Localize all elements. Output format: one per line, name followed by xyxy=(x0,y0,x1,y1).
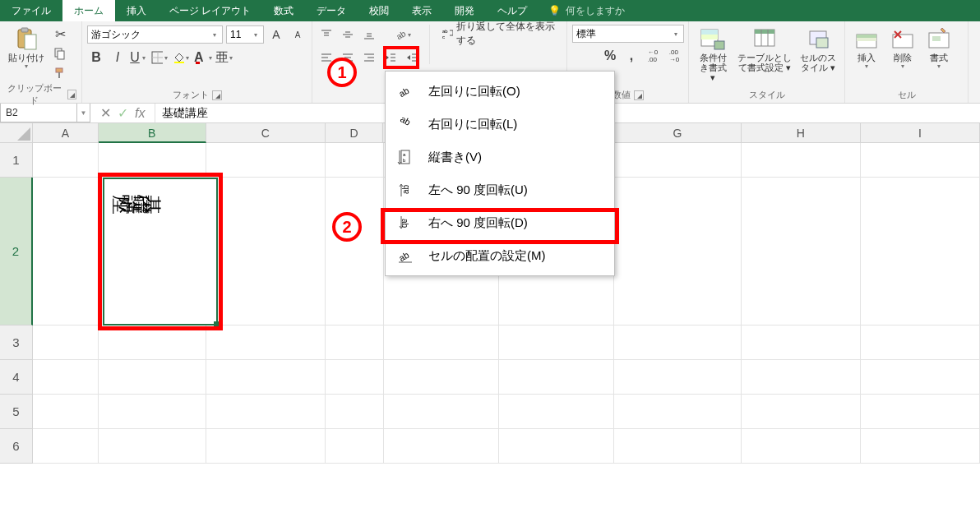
col-header-D[interactable]: D xyxy=(326,123,383,143)
cancel-formula-button[interactable]: ✕ xyxy=(100,105,111,121)
clipboard-dlg[interactable] xyxy=(67,90,76,99)
font-size-combo[interactable]: 11▾ xyxy=(226,25,264,44)
align-middle[interactable] xyxy=(339,25,357,44)
row-header-3[interactable]: 3 xyxy=(0,326,33,360)
cell-G4[interactable] xyxy=(614,360,741,394)
percent-button[interactable]: % xyxy=(601,47,619,65)
col-header-H[interactable]: H xyxy=(742,123,861,143)
cell-H5[interactable] xyxy=(742,395,861,428)
cell-C3[interactable] xyxy=(206,326,326,359)
col-header-A[interactable]: A xyxy=(33,123,99,143)
cell-H2[interactable] xyxy=(742,178,861,325)
italic-button[interactable]: I xyxy=(109,48,127,67)
align-top[interactable] xyxy=(317,25,335,44)
tab-review[interactable]: 校閲 xyxy=(358,0,400,21)
tab-home[interactable]: ホーム xyxy=(62,0,115,21)
cell-F3[interactable] xyxy=(499,326,614,359)
borders-button[interactable]: ▾ xyxy=(151,48,169,67)
paste-button[interactable]: 貼り付け ▾ xyxy=(5,25,48,72)
cell-A4[interactable] xyxy=(33,360,99,394)
tab-file[interactable]: ファイル xyxy=(0,0,62,21)
increase-font-button[interactable]: A xyxy=(267,25,285,44)
cell-F5[interactable] xyxy=(499,395,614,428)
number-format-combo[interactable]: 標準▾ xyxy=(572,25,684,43)
align-right[interactable] xyxy=(360,48,378,67)
orient-vertical[interactable]: ab 縦書き(V) xyxy=(386,141,614,173)
orient-rotate-cw[interactable]: ab 右回りに回転(L) xyxy=(386,108,614,141)
tab-data[interactable]: データ xyxy=(305,0,358,21)
tab-view[interactable]: 表示 xyxy=(400,0,443,21)
cell-E4[interactable] xyxy=(384,360,499,394)
cell-H3[interactable] xyxy=(742,326,861,359)
cell-D2[interactable] xyxy=(326,178,384,325)
cell-C2[interactable] xyxy=(206,178,326,325)
paste-dd[interactable]: ▾ xyxy=(22,62,30,70)
underline-button[interactable]: U▾ xyxy=(130,48,148,67)
tab-developer[interactable]: 開発 xyxy=(443,0,486,21)
cell-style-button[interactable]: セルのスタイル ▾ xyxy=(797,25,839,74)
cell-D3[interactable] xyxy=(326,326,384,359)
number-dlg[interactable] xyxy=(634,90,644,100)
row-header-5[interactable]: 5 xyxy=(0,395,33,429)
cell-G3[interactable] xyxy=(614,326,741,359)
row-header-6[interactable]: 6 xyxy=(0,429,33,464)
col-header-G[interactable]: G xyxy=(614,123,742,143)
row-header-4[interactable]: 4 xyxy=(0,360,33,395)
cell-B6[interactable] xyxy=(99,429,206,463)
insert-cells-button[interactable]: 挿入▾ xyxy=(850,25,883,72)
cell-C4[interactable] xyxy=(206,360,326,394)
cell-C1[interactable] xyxy=(206,143,326,177)
cell-I1[interactable] xyxy=(861,143,980,177)
wrap-text-button[interactable]: abc 折り返して全体を表示する xyxy=(438,25,562,43)
select-all-triangle[interactable] xyxy=(0,123,33,143)
cell-G2[interactable] xyxy=(614,178,741,325)
align-bottom[interactable] xyxy=(360,25,378,44)
cell-A3[interactable] xyxy=(33,326,99,359)
cell-B1[interactable] xyxy=(99,143,206,177)
cell-C6[interactable] xyxy=(206,429,326,463)
cell-I5[interactable] xyxy=(861,395,980,428)
orient-rotate-ccw[interactable]: ab 左回りに回転(O) xyxy=(386,75,614,108)
orient-format-cells[interactable]: ab セルの配置の設定(M) xyxy=(386,239,614,272)
format-painter-button[interactable] xyxy=(51,64,69,82)
fx-button[interactable]: fx xyxy=(135,106,145,121)
row-header-1[interactable]: 1 xyxy=(0,143,33,178)
fill-color-button[interactable]: ▾ xyxy=(173,48,191,67)
comma-button[interactable]: , xyxy=(622,47,640,65)
delete-cells-button[interactable]: 削除▾ xyxy=(886,25,919,72)
font-name-dd[interactable]: ▾ xyxy=(210,31,219,39)
tab-formulas[interactable]: 数式 xyxy=(262,0,305,21)
cell-B3[interactable] xyxy=(99,326,206,359)
tab-pagelayout[interactable]: ページ レイアウト xyxy=(158,0,262,21)
cell-D4[interactable] xyxy=(326,360,384,394)
font-name-combo[interactable]: 游ゴシック▾ xyxy=(87,25,223,44)
decrease-font-button[interactable]: A xyxy=(289,25,307,44)
cell-B4[interactable] xyxy=(99,360,206,394)
cell-F4[interactable] xyxy=(499,360,614,394)
increase-decimal[interactable]: ←0.00 xyxy=(644,47,662,65)
font-color-button[interactable]: A▾ xyxy=(194,48,212,67)
cell-G6[interactable] xyxy=(614,429,741,463)
copy-button[interactable] xyxy=(51,44,69,62)
font-dlg[interactable] xyxy=(212,90,222,100)
cell-A6[interactable] xyxy=(33,429,99,463)
cell-A2[interactable] xyxy=(33,178,99,325)
tell-me[interactable]: 💡 何をしますか xyxy=(548,0,625,21)
cond-format-button[interactable]: 条件付き書式 ▾ xyxy=(694,25,732,84)
font-size-dd[interactable]: ▾ xyxy=(252,31,260,39)
phonetic-button[interactable]: 亜▾ xyxy=(215,48,233,67)
cell-E6[interactable] xyxy=(384,429,499,463)
cell-I6[interactable] xyxy=(861,429,980,463)
cell-F6[interactable] xyxy=(499,429,614,463)
bold-button[interactable]: B xyxy=(87,48,105,67)
cell-I4[interactable] xyxy=(861,360,980,394)
cell-G1[interactable] xyxy=(614,143,741,177)
cell-D5[interactable] xyxy=(326,395,384,428)
cell-D1[interactable] xyxy=(326,143,384,177)
name-box-dd[interactable]: ▼ xyxy=(77,104,90,122)
cell-E5[interactable] xyxy=(384,395,499,428)
cell-H4[interactable] xyxy=(742,360,861,394)
enter-formula-button[interactable]: ✓ xyxy=(118,105,128,121)
cell-B5[interactable] xyxy=(99,395,206,428)
increase-indent[interactable] xyxy=(403,48,421,67)
